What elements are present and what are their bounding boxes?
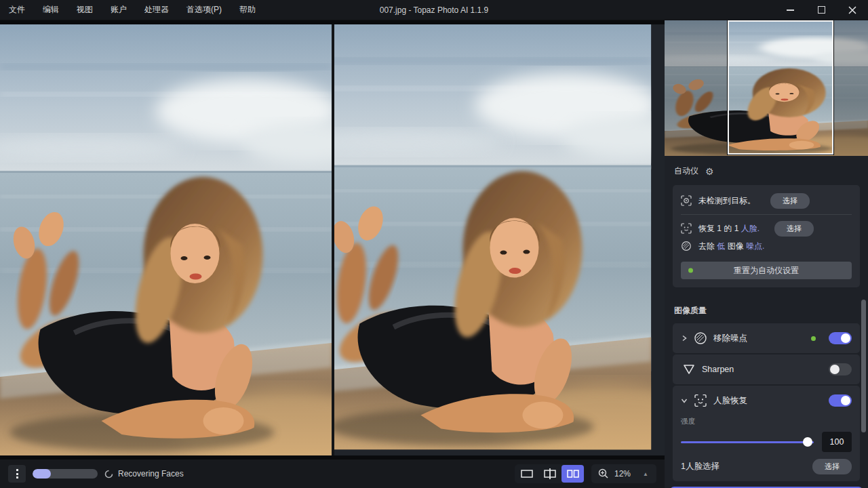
remove-noise-label: 移除噪点 [713, 333, 747, 344]
divider [681, 214, 852, 215]
strength-value-field[interactable]: 100 [822, 432, 852, 452]
sharpen-label: Sharpen [702, 365, 734, 374]
split-view-button[interactable] [538, 465, 561, 483]
remove-noise-card: 移除噪点 [673, 323, 860, 353]
menu-preferences[interactable]: 首选项(P) [186, 4, 222, 16]
remove-noise-header[interactable]: 移除噪点 [673, 323, 860, 353]
reset-autopilot-button[interactable]: 重置为自动仪设置 [681, 262, 852, 279]
face-recovery-toggle[interactable] [829, 394, 852, 407]
face-recovery-header[interactable]: 人脸恢复 [673, 386, 860, 415]
menu-processor[interactable]: 处理器 [144, 4, 169, 16]
image-pane-original[interactable] [0, 24, 332, 455]
strength-slider[interactable] [681, 436, 814, 447]
view-mode-group [515, 464, 585, 483]
autopilot-title: 自动仪 [674, 165, 698, 177]
single-view-icon [521, 470, 533, 478]
target-detection-row: 未检测到目标。 选择 [681, 192, 852, 209]
original-photo [0, 24, 332, 455]
title-bar: 007.jpg - Topaz Photo AI 1.1.9 文件 编辑 视图 … [0, 0, 868, 20]
faces-select-button[interactable]: 选择 [812, 459, 852, 474]
face-recovery-text: 恢复 1 的 1 人脸. [698, 223, 760, 235]
minimize-button[interactable] [774, 0, 806, 20]
face-detect-icon [681, 223, 692, 234]
faces-selected-row: 1人脸选择 选择 [681, 459, 852, 474]
navigator-shade-right [833, 20, 868, 156]
panel-scrollbar[interactable] [861, 300, 866, 432]
face-recovery-row: 恢复 1 的 1 人脸. 选择 [681, 220, 852, 237]
menu-account[interactable]: 账户 [111, 4, 127, 16]
more-menu-button[interactable] [8, 465, 26, 483]
status-text: Recovering Faces [118, 469, 184, 479]
dots-icon [16, 469, 18, 471]
save-area: 保存图像 [665, 483, 868, 488]
sharpen-header[interactable]: Sharpen [673, 354, 860, 384]
side-by-side-view-icon [567, 470, 579, 478]
remove-noise-icon [694, 331, 707, 345]
split-view-icon [544, 468, 556, 479]
menu-view[interactable]: 视图 [77, 4, 93, 16]
zoom-level: 12% [614, 469, 631, 479]
face-select-button[interactable]: 选择 [774, 221, 814, 237]
sharpen-toggle[interactable] [829, 363, 852, 375]
slider-knob[interactable] [803, 437, 812, 447]
menu-bar: 文件 编辑 视图 账户 处理器 首选项(P) 帮助 [0, 4, 256, 16]
target-detect-text: 未检测到目标。 [698, 195, 755, 207]
noise-removal-text: 去除 低 图像 噪点. [698, 241, 764, 252]
navigator-thumbnail [665, 20, 868, 156]
close-button[interactable] [837, 0, 868, 20]
maximize-icon [818, 6, 825, 14]
faces-selected-label: 1人脸选择 [681, 461, 719, 472]
image-quality-title: 图像质量 [674, 305, 859, 317]
gear-icon[interactable]: ⚙ [705, 167, 714, 176]
noise-icon [681, 241, 692, 251]
minimize-icon [787, 9, 794, 11]
sharpen-card: Sharpen [673, 354, 860, 384]
remove-noise-toggle[interactable] [829, 332, 852, 344]
image-pane-processed[interactable] [334, 24, 665, 455]
zoom-control[interactable]: 12% ▲ [591, 464, 656, 483]
strength-label: 强度 [681, 417, 852, 426]
face-recovery-card: 人脸恢复 强度 100 [673, 386, 860, 481]
autopilot-card: 未检测到目标。 选择 恢复 1 的 1 人脸. 选择 [673, 185, 860, 287]
zoom-caret-icon[interactable]: ▲ [643, 471, 648, 477]
single-view-button[interactable] [515, 465, 538, 483]
menu-file[interactable]: 文件 [9, 4, 25, 16]
spinner-icon [104, 470, 113, 479]
settings-panel: 自动仪 ⚙ 未检测到目标。 选择 [665, 156, 868, 483]
menu-edit[interactable]: 编辑 [43, 4, 59, 16]
close-icon [848, 6, 856, 14]
side-by-side-view-button[interactable] [561, 465, 584, 483]
window-controls [774, 0, 868, 20]
progress-bar [33, 469, 98, 479]
chevron-down-icon[interactable] [681, 398, 688, 403]
target-select-button[interactable]: 选择 [770, 193, 810, 209]
green-status-icon [688, 268, 693, 273]
sidebar: 自动仪 ⚙ 未检测到目标。 选择 [665, 20, 868, 488]
face-recovery-icon [694, 394, 707, 407]
image-canvas [0, 20, 665, 460]
slider-track [681, 441, 814, 443]
face-recovery-label: 人脸恢复 [713, 395, 747, 407]
noise-removal-row: 去除 低 图像 噪点. [681, 237, 852, 255]
processed-photo [334, 24, 665, 455]
sharpen-icon [682, 363, 696, 376]
face-recovery-settings: 强度 100 1人脸选择 选择 [673, 415, 860, 481]
navigator-shade-left [665, 20, 728, 156]
navigator-viewport-box[interactable] [728, 20, 833, 155]
zoom-in-icon [598, 468, 609, 479]
chevron-right-icon[interactable] [681, 335, 688, 342]
maximize-button[interactable] [806, 0, 837, 20]
app-window: 007.jpg - Topaz Photo AI 1.1.9 文件 编辑 视图 … [0, 0, 868, 488]
target-detect-icon [681, 195, 692, 206]
progress-fill [33, 469, 51, 479]
active-indicator-icon [811, 336, 816, 341]
menu-help[interactable]: 帮助 [239, 4, 256, 16]
status-bar: Recovering Faces [0, 460, 665, 488]
